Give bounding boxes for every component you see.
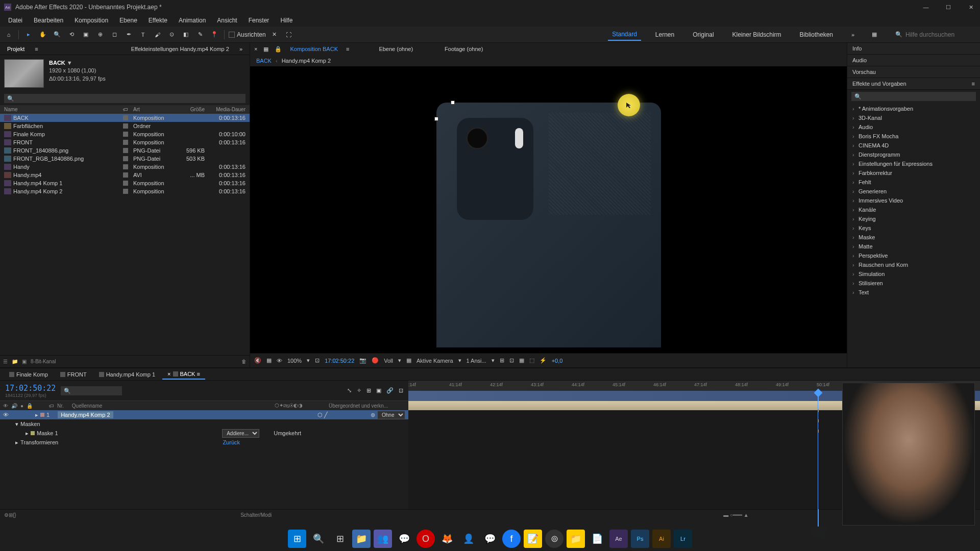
start-icon[interactable]: ⊞ <box>288 530 306 548</box>
parent-link-icon[interactable]: ⊚ <box>371 412 375 418</box>
layer-name[interactable]: Handy.mp4 Komp 2 <box>58 411 113 418</box>
current-time[interactable]: 17:02:50:22 <box>325 358 354 364</box>
project-item[interactable]: Handy.mp4 Komp 1Komposition0:00:13:16 <box>0 179 250 187</box>
zoom-out-icon[interactable]: ▬ <box>723 512 728 518</box>
messenger-icon[interactable]: 💬 <box>481 530 499 548</box>
pixel-aspect-icon[interactable]: ⬚ <box>529 357 534 364</box>
preview-panel-tab[interactable]: Vorschau <box>847 66 980 78</box>
effect-category[interactable]: › Rauschen und Korn <box>847 260 980 269</box>
timeline-tool-icon[interactable]: ⊞ <box>366 387 371 394</box>
hand-tool-icon[interactable]: ✋ <box>37 29 48 40</box>
menu-animation[interactable]: Animation <box>174 15 211 26</box>
obs-icon[interactable]: ⊚ <box>545 530 564 548</box>
effect-category[interactable]: › Farbkorrektur <box>847 168 980 178</box>
app-icon[interactable]: 👤 <box>459 530 478 548</box>
close-tab-icon[interactable]: × <box>254 46 257 52</box>
effect-category[interactable]: › Immersives Video <box>847 196 980 205</box>
effects-search-input[interactable] <box>851 92 976 101</box>
switches-modes-label[interactable]: Schalter/Modi <box>16 512 496 518</box>
camera-dropdown-icon[interactable]: ▾ <box>458 357 461 364</box>
project-item[interactable]: FarbflächenOrdner <box>0 122 250 130</box>
eraser-tool-icon[interactable]: ◧ <box>180 29 191 40</box>
snapshot-icon[interactable]: 📷 <box>359 357 366 364</box>
project-item[interactable]: Finale KompKomposition0:00:10:00 <box>0 130 250 138</box>
workspace-settings-icon[interactable]: ▦ <box>869 29 880 40</box>
menu-ansicht[interactable]: Ansicht <box>212 15 242 26</box>
project-item[interactable]: HandyKomposition0:00:13:16 <box>0 163 250 171</box>
zoom-value[interactable]: 100% <box>287 358 302 364</box>
whatsapp-icon[interactable]: 💬 <box>395 530 413 548</box>
view-dropdown[interactable]: 1 Ansi... <box>467 358 486 364</box>
aftereffects-icon[interactable]: Ae <box>609 530 628 548</box>
clone-tool-icon[interactable]: ⊙ <box>166 29 177 40</box>
home-icon[interactable]: ⌂ <box>3 29 14 40</box>
minimize-button[interactable]: — <box>921 4 931 11</box>
panel-menu-icon[interactable]: ≡ <box>972 81 975 87</box>
camera-tool-icon[interactable]: ▣ <box>80 29 91 40</box>
visibility-icon[interactable]: 👁 <box>3 403 8 409</box>
mask-name[interactable]: Maske 1 <box>37 430 58 436</box>
puppet-tool-icon[interactable]: 📍 <box>209 29 220 40</box>
pen-tool-icon[interactable]: ✒ <box>123 29 134 40</box>
grid-icon[interactable]: ▦ <box>266 357 272 364</box>
composition-viewer[interactable] <box>250 66 847 353</box>
project-item[interactable]: Handy.mp4AVI... MB0:00:13:16 <box>0 171 250 179</box>
effect-category[interactable]: › * Animationsvorgaben <box>847 104 980 113</box>
lightroom-icon[interactable]: Lr <box>674 530 692 548</box>
footage-tab[interactable]: Footage (ohne) <box>443 44 485 54</box>
selection-tool-icon[interactable]: ▸ <box>23 29 34 40</box>
camera-dropdown[interactable]: Aktive Kamera <box>416 358 453 364</box>
explorer-icon[interactable]: 📁 <box>352 530 371 548</box>
parent-dropdown[interactable]: Ohne <box>377 411 405 419</box>
roto-tool-icon[interactable]: ✎ <box>194 29 206 40</box>
project-item[interactable]: FRONT_RGB_1840886.pngPNG-Datei503 KB <box>0 155 250 163</box>
effect-category[interactable]: › Boris FX Mocha <box>847 132 980 141</box>
toggle-extra-icon[interactable]: {} <box>13 512 16 518</box>
shape-tool-icon[interactable]: ◻ <box>109 29 120 40</box>
res-dropdown-icon[interactable]: ▾ <box>398 357 401 364</box>
mute-icon[interactable]: 🔇 <box>254 357 261 364</box>
timeline-timecode[interactable]: 17:02:50:22 <box>5 384 56 393</box>
mask-mode-dropdown[interactable]: Addiere... <box>222 429 259 438</box>
menu-ebene[interactable]: Ebene <box>114 15 142 26</box>
notes-icon[interactable]: 📝 <box>524 530 542 548</box>
lock-icon[interactable]: 🔒 <box>27 403 33 409</box>
info-panel-tab[interactable]: Info <box>847 43 980 55</box>
reset-link[interactable]: Zurück <box>223 439 240 445</box>
project-search-input[interactable] <box>4 94 246 103</box>
breadcrumb-handy[interactable]: Handy.mp4 Komp 2 <box>282 58 331 64</box>
firefox-icon[interactable]: 🦊 <box>438 530 456 548</box>
effect-category[interactable]: › Kanäle <box>847 205 980 214</box>
composition-tab[interactable]: Komposition BACK <box>288 44 340 54</box>
effect-category[interactable]: › Maske <box>847 233 980 242</box>
new-folder-icon[interactable]: 📁 <box>12 359 18 364</box>
notepad-icon[interactable]: 📄 <box>588 530 606 548</box>
effect-category[interactable]: › Perspektive <box>847 251 980 260</box>
channel-icon[interactable]: 🔴 <box>372 357 379 364</box>
zoom-slider[interactable]: ○━━━ <box>730 512 742 518</box>
menu-komposition[interactable]: Komposition <box>69 15 113 26</box>
effect-category[interactable]: › Keying <box>847 214 980 223</box>
project-item[interactable]: BACKKomposition0:00:13:16 <box>0 114 250 122</box>
workspace-overflow-icon[interactable]: » <box>847 29 859 40</box>
zoom-tool-icon[interactable]: 🔍 <box>52 29 63 40</box>
lock-icon[interactable]: 🔒 <box>275 46 282 53</box>
menu-hilfe[interactable]: Hilfe <box>275 15 298 26</box>
menu-bearbeiten[interactable]: Bearbeiten <box>29 15 68 26</box>
timeline-tab[interactable]: Handy.mp4 Komp 1 <box>94 370 160 379</box>
overflow-icon[interactable]: » <box>236 44 246 54</box>
effect-category[interactable]: › Matte <box>847 242 980 251</box>
snap-icon[interactable]: ✕ <box>269 29 280 40</box>
transparency-icon[interactable]: ▦ <box>406 357 411 364</box>
orbit-tool-icon[interactable]: ⟲ <box>66 29 77 40</box>
visibility-toggle[interactable]: 👁 <box>3 412 9 418</box>
effects-list[interactable]: › * Animationsvorgaben› 3D-Kanal› Audio›… <box>847 103 980 367</box>
effect-category[interactable]: › Einstellungen für Expressions <box>847 159 980 168</box>
menu-fenster[interactable]: Fenster <box>243 15 275 26</box>
breadcrumb-back[interactable]: BACK <box>256 58 272 64</box>
project-item[interactable]: FRONT_1840886.pngPNG-Datei596 KB <box>0 146 250 155</box>
project-tab[interactable]: Projekt <box>4 44 28 54</box>
folder-icon[interactable]: 📁 <box>567 530 585 548</box>
help-search-input[interactable] <box>905 31 977 38</box>
resolution-dropdown[interactable]: Voll <box>384 358 393 364</box>
